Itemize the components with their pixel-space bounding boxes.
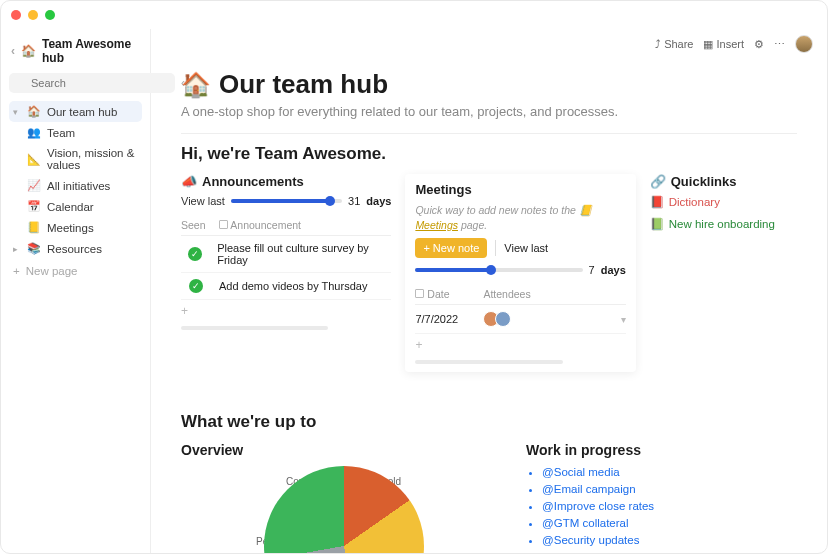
megaphone-icon: 📣 (181, 174, 197, 189)
announcements-card: 📣 Announcements View last 31 days Seen (181, 174, 391, 372)
scroll-indicator (181, 326, 328, 330)
plus-icon: + (13, 265, 20, 277)
workspace-header[interactable]: ‹ 🏠 Team Awesome hub (9, 33, 142, 73)
wip-item[interactable]: @Security updates (542, 534, 797, 546)
page-icon: 🏠 (27, 105, 41, 118)
new-page-label: New page (26, 265, 78, 277)
nav-team[interactable]: 👥 Team (23, 122, 142, 143)
col-date: Date (415, 288, 475, 300)
page-icon: 📅 (27, 200, 41, 213)
wip-item[interactable]: @Email campaign (542, 483, 797, 495)
section-heading: What we're up to (181, 412, 797, 432)
page-icon: 📐 (27, 153, 41, 166)
days-unit: days (601, 264, 626, 276)
meetings-days-slider[interactable] (415, 268, 582, 272)
page-emoji-icon[interactable]: 🏠 (181, 71, 211, 99)
insert-button[interactable]: ▦ Insert (703, 38, 744, 51)
book-icon: 📕 (650, 195, 664, 209)
close-window-dot[interactable] (11, 10, 21, 20)
share-icon: ⤴ (655, 38, 661, 50)
attendee-avatars (483, 311, 511, 327)
meeting-row[interactable]: 7/7/2022 ▾ (415, 305, 625, 334)
divider (495, 240, 496, 256)
back-icon[interactable]: ‹ (11, 44, 15, 58)
nav-meetings[interactable]: 📒 Meetings (23, 217, 142, 238)
chevron-right-icon[interactable]: ▸ (13, 244, 21, 254)
nav-label: Team (47, 127, 75, 139)
avatar-icon (495, 311, 511, 327)
check-icon: ✓ (188, 247, 202, 261)
nav-resources[interactable]: ▸ 📚 Resources (9, 238, 142, 259)
link-icon: 🔗 (650, 174, 666, 189)
page-title: Our team hub (219, 69, 388, 100)
page-icon: 📚 (27, 242, 41, 255)
topbar: ⤴ Share ▦ Insert ⚙ ⋯ (655, 35, 813, 53)
announcement-text: Please fill out culture survey by Friday (217, 242, 391, 266)
announcements-heading: Announcements (202, 174, 304, 189)
overview-pie-chart: Complete On hold Pending (181, 466, 506, 554)
share-button[interactable]: ⤴ Share (655, 38, 693, 50)
nav-initiatives[interactable]: 📈 All initiatives (23, 175, 142, 196)
add-meeting-button[interactable]: + (415, 334, 625, 356)
nav-label: Resources (47, 243, 102, 255)
quicklink-label: Dictionary (669, 196, 720, 208)
col-attendees: Attendees (483, 288, 530, 300)
check-icon: ✓ (189, 279, 203, 293)
page-icon: 📈 (27, 179, 41, 192)
meeting-date: 7/7/2022 (415, 313, 475, 325)
page-box-icon (219, 220, 228, 229)
nav-label: Vision, mission & values (47, 147, 138, 171)
quicklink-dictionary[interactable]: 📕 Dictionary (650, 195, 797, 209)
quicklinks-card: 🔗 Quicklinks 📕 Dictionary 📗 New hire onb… (650, 174, 797, 372)
settings-icon[interactable]: ⚙ (754, 38, 764, 51)
grid-icon: ▦ (703, 38, 713, 51)
days-value: 7 (589, 264, 595, 276)
page-icon: 📒 (27, 221, 41, 234)
nav-our-team-hub[interactable]: ▾ 🏠 Our team hub (9, 101, 142, 122)
overview-heading: Overview (181, 442, 506, 458)
meetings-card: Meetings Quick way to add new notes to t… (405, 174, 635, 372)
page-tree: ▾ 🏠 Our team hub 👥 Team 📐 Vision, missio… (9, 101, 142, 259)
nav-label: Our team hub (47, 106, 117, 118)
scroll-indicator (415, 360, 562, 364)
meetings-page-link[interactable]: Meetings (415, 219, 458, 231)
main-content: ⤴ Share ▦ Insert ⚙ ⋯ 🏠 Our team hub A on… (151, 29, 827, 554)
nav-label: All initiatives (47, 180, 110, 192)
col-seen: Seen (181, 219, 211, 231)
days-unit: days (366, 195, 391, 207)
greeting-heading: Hi, we're Team Awesome. (181, 144, 797, 164)
notebook-icon: 📒 (579, 204, 592, 216)
window-titlebar (1, 1, 827, 29)
new-note-button[interactable]: + New note (415, 238, 487, 258)
wip-item[interactable]: @Improve close rates (542, 500, 797, 512)
days-value: 31 (348, 195, 360, 207)
col-announcement: Announcement (219, 219, 301, 231)
wip-list: @Social media @Email campaign @Improve c… (526, 466, 797, 546)
chevron-down-icon[interactable]: ▾ (621, 314, 626, 325)
announcement-text: Add demo videos by Thursday (219, 280, 367, 292)
maximize-window-dot[interactable] (45, 10, 55, 20)
quicklink-label: New hire onboarding (669, 218, 775, 230)
days-slider[interactable] (231, 199, 342, 203)
quicklink-onboarding[interactable]: 📗 New hire onboarding (650, 217, 797, 231)
workspace-title: Team Awesome hub (42, 37, 140, 65)
quicklinks-heading: Quicklinks (671, 174, 737, 189)
page-subtitle: A one-stop shop for everything related t… (181, 104, 797, 119)
wip-item[interactable]: @GTM collateral (542, 517, 797, 529)
view-last-label: View last (181, 195, 225, 207)
announcement-row[interactable]: ✓ Add demo videos by Thursday (181, 273, 391, 300)
share-label: Share (664, 38, 693, 50)
more-icon[interactable]: ⋯ (774, 38, 785, 51)
announcement-row[interactable]: ✓ Please fill out culture survey by Frid… (181, 236, 391, 273)
meetings-subtext: Quick way to add new notes to the 📒 Meet… (415, 203, 625, 232)
new-page-button[interactable]: + New page (9, 259, 142, 283)
nav-vision[interactable]: 📐 Vision, mission & values (23, 143, 142, 175)
chevron-down-icon[interactable]: ▾ (13, 107, 21, 117)
add-announcement-button[interactable]: + (181, 300, 391, 322)
wip-item[interactable]: @Social media (542, 466, 797, 478)
minimize-window-dot[interactable] (28, 10, 38, 20)
nav-calendar[interactable]: 📅 Calendar (23, 196, 142, 217)
user-avatar[interactable] (795, 35, 813, 53)
nav-label: Meetings (47, 222, 94, 234)
page-icon: 👥 (27, 126, 41, 139)
